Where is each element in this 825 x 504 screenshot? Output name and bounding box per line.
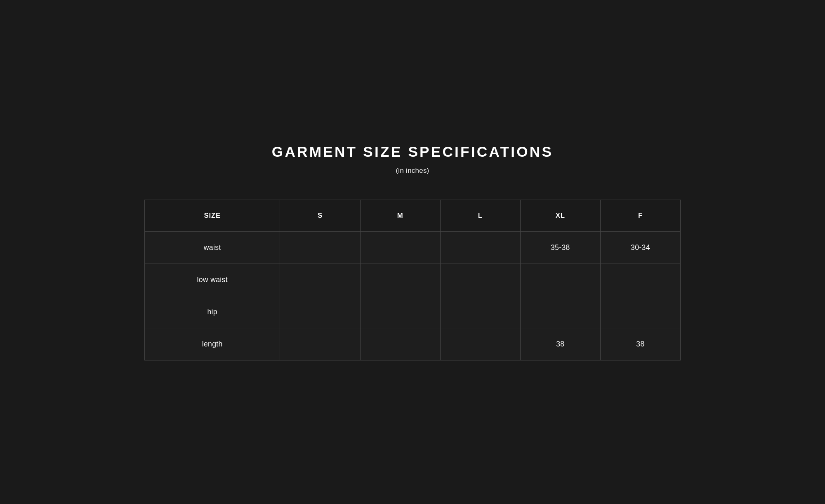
table-header-row: SIZE S M L XL F	[145, 200, 681, 232]
cell-lowwaist-s	[280, 264, 360, 296]
table-row: length 38 38	[145, 328, 681, 360]
cell-waist-f: 30-34	[600, 232, 680, 264]
cell-waist-m	[360, 232, 440, 264]
table-row: hip	[145, 296, 681, 328]
cell-lowwaist-m	[360, 264, 440, 296]
cell-lowwaist-xl	[520, 264, 600, 296]
cell-hip-l	[440, 296, 520, 328]
cell-length-xl: 38	[520, 328, 600, 360]
table-row: waist 35-38 30-34	[145, 232, 681, 264]
size-table: SIZE S M L XL F waist 35-38 30-34 low wa…	[144, 200, 681, 360]
cell-hip-s	[280, 296, 360, 328]
cell-length-f: 38	[600, 328, 680, 360]
cell-hip-f	[600, 296, 680, 328]
row-label-hip: hip	[145, 296, 280, 328]
row-label-low-waist: low waist	[145, 264, 280, 296]
page-title: GARMENT SIZE SPECIFICATIONS	[272, 144, 553, 160]
cell-waist-xl: 35-38	[520, 232, 600, 264]
cell-length-m	[360, 328, 440, 360]
cell-hip-m	[360, 296, 440, 328]
header-l: L	[440, 200, 520, 232]
header-xl: XL	[520, 200, 600, 232]
page-subtitle: (in inches)	[396, 167, 429, 175]
row-label-waist: waist	[145, 232, 280, 264]
header-m: M	[360, 200, 440, 232]
cell-lowwaist-f	[600, 264, 680, 296]
cell-lowwaist-l	[440, 264, 520, 296]
cell-waist-l	[440, 232, 520, 264]
header-f: F	[600, 200, 680, 232]
cell-waist-s	[280, 232, 360, 264]
row-label-length: length	[145, 328, 280, 360]
cell-length-s	[280, 328, 360, 360]
header-s: S	[280, 200, 360, 232]
cell-length-l	[440, 328, 520, 360]
page-container: GARMENT SIZE SPECIFICATIONS (in inches) …	[144, 144, 681, 360]
header-size: SIZE	[145, 200, 280, 232]
table-row: low waist	[145, 264, 681, 296]
cell-hip-xl	[520, 296, 600, 328]
